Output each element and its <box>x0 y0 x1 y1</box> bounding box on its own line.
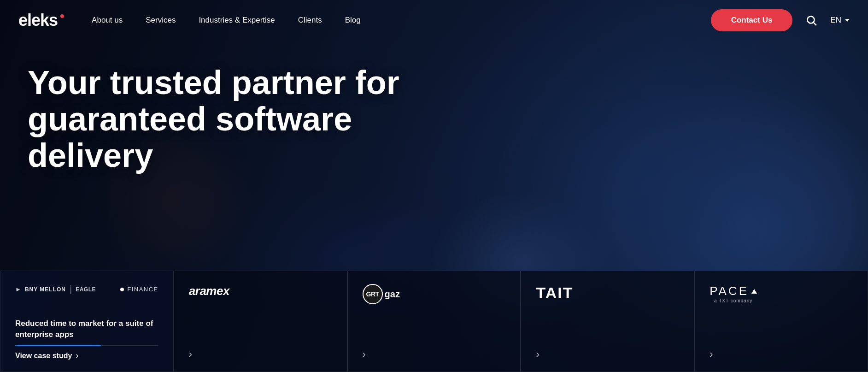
card-bottom-aramex: › <box>189 348 332 360</box>
arrow-right-icon: › <box>189 348 192 360</box>
client-card-grtgaz[interactable]: GRT gaz › <box>347 271 521 372</box>
card-top-grtgaz: GRT gaz <box>363 284 506 304</box>
pace-logo: PACE a TXT company <box>710 284 757 303</box>
finance-badge: FINANCE <box>120 286 158 293</box>
card-top-pace: PACE a TXT company <box>710 284 853 303</box>
client-card-aramex[interactable]: aramex › <box>174 271 347 372</box>
pace-triangle-icon <box>751 289 757 294</box>
tait-logo: TAIT <box>536 284 573 302</box>
arrow-right-icon: › <box>363 348 366 360</box>
arrow-right-icon: › <box>536 348 539 360</box>
logo-dot <box>60 14 64 18</box>
nav-right: Contact Us EN <box>711 9 850 31</box>
grtgaz-logo: GRT gaz <box>363 284 400 304</box>
hero-section: eleks About us Services Industries & Exp… <box>0 0 868 372</box>
aramex-logo: aramex <box>189 284 229 298</box>
search-icon[interactable] <box>805 14 817 26</box>
svg-point-0 <box>808 16 815 23</box>
progress-fill <box>15 345 101 346</box>
nav-industries[interactable]: Industries & Expertise <box>199 16 275 25</box>
hero-title-line1: Your trusted partner for <box>28 64 399 101</box>
bny-logo: ► BNY MELLON | EAGLE <box>15 284 96 295</box>
grtgaz-circle: GRT <box>363 284 383 304</box>
site-logo[interactable]: eleks <box>18 11 64 30</box>
client-cards: ► BNY MELLON | EAGLE FINANCE Reduced tim… <box>0 271 868 372</box>
chevron-down-icon <box>845 19 850 22</box>
nav-blog[interactable]: Blog <box>345 16 361 25</box>
grtgaz-text: gaz <box>385 289 400 300</box>
progress-bar <box>15 345 158 346</box>
logo-text: eleks <box>18 11 58 30</box>
view-case-study-link[interactable]: View case study › <box>15 351 158 360</box>
card-bottom-tait: › <box>536 348 679 360</box>
nav-links: About us Services Industries & Expertise… <box>92 16 711 25</box>
bny-mellon-text: BNY MELLON <box>25 286 66 293</box>
card-bottom-pace: › <box>710 348 853 360</box>
client-card-tait[interactable]: TAIT › <box>521 271 694 372</box>
bny-description: Reduced time to market for a suite of en… <box>15 318 158 340</box>
pace-sub-text: a TXT company <box>714 298 752 303</box>
eagle-text: EAGLE <box>76 286 96 293</box>
card-top-tait: TAIT <box>536 284 679 302</box>
bny-separator: | <box>70 284 72 295</box>
card-top-aramex: aramex <box>189 284 332 298</box>
language-selector[interactable]: EN <box>830 16 850 25</box>
client-card-bny[interactable]: ► BNY MELLON | EAGLE FINANCE Reduced tim… <box>0 271 174 372</box>
hero-title: Your trusted partner for guaranteed soft… <box>28 65 442 174</box>
bny-arrow-icon: ► <box>15 286 21 293</box>
pace-main-text: PACE <box>710 284 749 298</box>
language-label: EN <box>830 16 841 25</box>
card-bottom-grtgaz: › <box>363 348 506 360</box>
arrow-right-icon: › <box>76 351 78 360</box>
badge-label: FINANCE <box>127 286 158 293</box>
nav-services[interactable]: Services <box>146 16 176 25</box>
nav-clients[interactable]: Clients <box>298 16 322 25</box>
badge-dot <box>120 288 124 291</box>
client-card-pace[interactable]: PACE a TXT company › <box>694 271 868 372</box>
view-link-text: View case study <box>15 352 72 360</box>
card-top-bny: ► BNY MELLON | EAGLE FINANCE <box>15 284 158 295</box>
arrow-right-icon: › <box>710 348 713 360</box>
svg-line-1 <box>814 23 816 25</box>
card-bottom-bny: Reduced time to market for a suite of en… <box>15 318 158 360</box>
navbar: eleks About us Services Industries & Exp… <box>0 0 868 41</box>
nav-about-us[interactable]: About us <box>92 16 123 25</box>
contact-us-button[interactable]: Contact Us <box>711 9 793 31</box>
hero-title-line2: guaranteed software delivery <box>28 100 352 174</box>
